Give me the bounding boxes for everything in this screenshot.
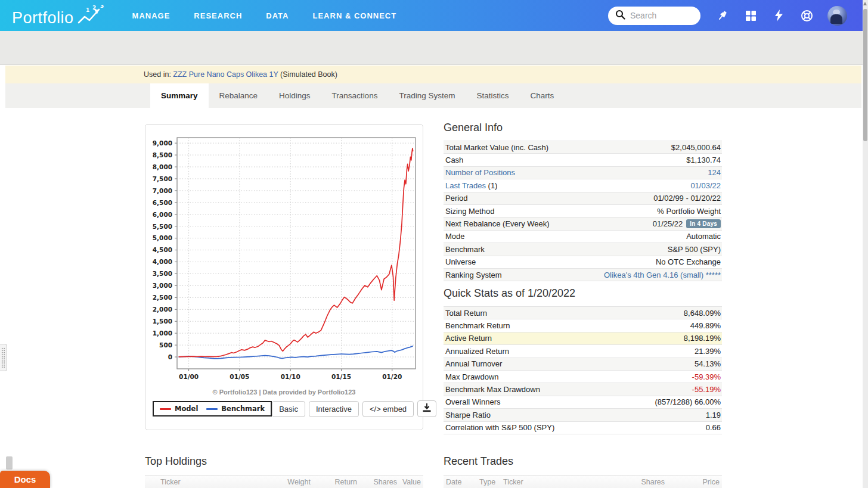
row-label: Ranking System bbox=[445, 271, 502, 279]
row-value[interactable]: 124 bbox=[708, 168, 721, 177]
left-panel-handle[interactable] bbox=[0, 344, 7, 371]
performance-chart[interactable]: 05001,0001,5002,0002,5003,0003,5004,0004… bbox=[148, 128, 420, 388]
column-header-ticker[interactable]: Ticker bbox=[503, 478, 604, 486]
scrollbar-thumb[interactable] bbox=[863, 9, 867, 141]
apps-grid-icon[interactable] bbox=[744, 9, 757, 22]
row-label-text: Sharpe Ratio bbox=[445, 411, 491, 419]
column-header-shares[interactable]: Shares bbox=[357, 478, 397, 486]
chart-button-interactive[interactable]: Interactive bbox=[309, 401, 359, 417]
row-label-text[interactable]: Last Trades bbox=[445, 181, 486, 190]
tab-charts[interactable]: Charts bbox=[519, 83, 565, 108]
row-value: 1.19 bbox=[706, 411, 721, 419]
column-header-shares[interactable]: Shares bbox=[604, 478, 665, 486]
row-value-text: 449.89% bbox=[690, 321, 721, 330]
row-label-text: Sizing Method bbox=[445, 207, 494, 216]
nav-item-learn-connect[interactable]: LEARN & CONNECT bbox=[313, 11, 397, 20]
scrollbar-up-arrow[interactable] bbox=[863, 2, 867, 5]
search-box[interactable] bbox=[608, 7, 700, 25]
row-value: 54.13% bbox=[695, 359, 721, 368]
row-value-text: $2,045,000.64 bbox=[671, 143, 721, 152]
left-mini-scrollbar[interactable] bbox=[6, 456, 13, 470]
lightning-icon[interactable] bbox=[772, 9, 785, 22]
row-value-text[interactable]: Olikea's 4th Gen 4.16 (small) ***** bbox=[604, 271, 721, 279]
svg-text:01/05: 01/05 bbox=[230, 373, 249, 380]
tab-holdings[interactable]: Holdings bbox=[268, 83, 321, 108]
row-value: $2,045,000.64 bbox=[671, 143, 721, 152]
nav-item-research[interactable]: RESEARCH bbox=[194, 11, 242, 20]
tab-summary[interactable]: Summary bbox=[150, 83, 209, 108]
column-header-value[interactable]: Value bbox=[397, 478, 423, 486]
svg-text:01/10: 01/10 bbox=[281, 373, 300, 380]
row-value[interactable]: Olikea's 4th Gen 4.16 (small) ***** bbox=[604, 271, 721, 279]
tab-transactions[interactable]: Transactions bbox=[321, 83, 389, 108]
tab-strip: SummaryRebalanceHoldingsTransactionsTrad… bbox=[5, 83, 861, 108]
column-header-type[interactable]: Type bbox=[479, 478, 503, 486]
svg-text:7,000: 7,000 bbox=[153, 187, 172, 194]
row-value: Automatic bbox=[686, 232, 721, 241]
row-label-text: Annual Turnover bbox=[445, 359, 502, 368]
svg-text:500: 500 bbox=[159, 341, 172, 349]
table-row: Ranking SystemOlikea's 4th Gen 4.16 (sma… bbox=[444, 269, 722, 281]
table-row: Sharpe Ratio1.19 bbox=[444, 409, 722, 421]
table-row: Annualized Return21.39% bbox=[444, 345, 722, 358]
row-label-text[interactable]: Number of Positions bbox=[445, 168, 515, 177]
column-header-date[interactable]: Date bbox=[444, 478, 479, 486]
table-row: Max Drawdown-59.39% bbox=[444, 371, 722, 383]
table-row: Period01/02/99 - 01/20/22 bbox=[444, 192, 722, 205]
top-holdings-heading: Top Holdings bbox=[145, 455, 207, 468]
row-label: Universe bbox=[445, 257, 476, 266]
row-label-suffix: (1) bbox=[486, 181, 498, 190]
row-label: Benchmark Return bbox=[445, 321, 510, 330]
row-value-text: 01/02/99 - 01/20/22 bbox=[653, 194, 721, 203]
portfolio123-logo[interactable]: Portfolio 1 2 3 bbox=[12, 5, 107, 26]
row-value: 8,198.19% bbox=[684, 334, 721, 343]
row-value-text[interactable]: 01/03/22 bbox=[690, 181, 721, 190]
row-value: No OTC Exchange bbox=[656, 257, 721, 266]
row-value: 8,648.09% bbox=[684, 309, 721, 318]
navbar-icon-group bbox=[716, 9, 813, 22]
column-header-weight[interactable]: Weight bbox=[258, 478, 311, 486]
legend-swatch-model bbox=[160, 408, 171, 410]
recent-trades-heading: Recent Trades bbox=[444, 455, 513, 468]
column-header-ticker[interactable]: Ticker bbox=[145, 478, 258, 486]
top-navbar: Portfolio 1 2 3 MANAGERESEARCHDATALEARN … bbox=[0, 0, 863, 31]
used-in-bar: Used in: ZZZ Pure Nano Caps Olikea 1Y (S… bbox=[5, 66, 861, 83]
row-label[interactable]: Number of Positions bbox=[445, 168, 515, 177]
used-in-link[interactable]: ZZZ Pure Nano Caps Olikea 1Y bbox=[173, 70, 278, 79]
help-ring-icon[interactable] bbox=[800, 9, 813, 22]
nav-item-data[interactable]: DATA bbox=[266, 11, 289, 20]
row-label[interactable]: Last Trades (1) bbox=[445, 181, 497, 190]
row-value-text: -55.19% bbox=[692, 385, 721, 394]
tab-statistics[interactable]: Statistics bbox=[466, 83, 519, 108]
docs-button[interactable]: Docs bbox=[0, 471, 50, 488]
row-label-text: Total Market Value (inc. Cash) bbox=[445, 143, 548, 152]
svg-text:8,500: 8,500 bbox=[153, 151, 172, 158]
row-value: 01/02/99 - 01/20/22 bbox=[653, 194, 721, 203]
chart-button-basic[interactable]: Basic bbox=[272, 401, 305, 417]
page-scrollbar[interactable] bbox=[863, 0, 868, 488]
download-icon[interactable] bbox=[417, 400, 436, 417]
row-value: (857/1288) 66.00% bbox=[655, 397, 721, 406]
chart-button--embed[interactable]: </> embed bbox=[362, 401, 414, 417]
tab-rebalance[interactable]: Rebalance bbox=[209, 83, 269, 108]
search-input[interactable] bbox=[630, 11, 690, 20]
row-label-text: Ranking System bbox=[445, 271, 502, 279]
row-label: Total Market Value (inc. Cash) bbox=[445, 143, 548, 152]
svg-text:7,500: 7,500 bbox=[153, 175, 172, 182]
row-value: % Portfolio Weight bbox=[657, 207, 721, 216]
row-label-text: Next Rebalance (Every Week) bbox=[445, 219, 550, 228]
row-value-text[interactable]: 124 bbox=[708, 168, 721, 177]
tab-trading-system[interactable]: Trading System bbox=[388, 83, 466, 108]
logo-text: Portfolio bbox=[12, 10, 74, 26]
column-header-price[interactable]: Price bbox=[665, 478, 722, 486]
pushpin-icon[interactable] bbox=[716, 9, 729, 22]
user-avatar[interactable] bbox=[827, 6, 847, 26]
row-value-text: 54.13% bbox=[695, 359, 721, 368]
quick-stats-table: Total Return8,648.09%Benchmark Return449… bbox=[444, 306, 722, 434]
row-label: Period bbox=[445, 194, 468, 203]
nav-item-manage[interactable]: MANAGE bbox=[132, 11, 170, 20]
row-value: 449.89% bbox=[690, 321, 721, 330]
row-value[interactable]: 01/03/22 bbox=[690, 181, 721, 190]
column-header-return[interactable]: Return bbox=[311, 478, 357, 486]
logo-number-2: 2 bbox=[92, 5, 96, 11]
